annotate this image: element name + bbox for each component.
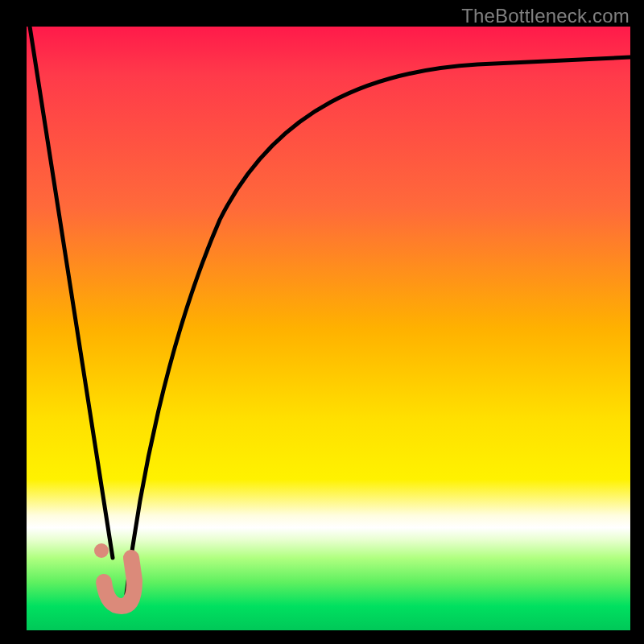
- chart-svg: [27, 27, 630, 630]
- right-branch-path: [126, 57, 630, 594]
- left-branch-path: [30, 27, 113, 558]
- marker-dot: [94, 543, 109, 558]
- watermark-text: TheBottleneck.com: [461, 5, 630, 27]
- valley-j-marker: [104, 558, 134, 606]
- chart-frame: TheBottleneck.com: [0, 0, 644, 644]
